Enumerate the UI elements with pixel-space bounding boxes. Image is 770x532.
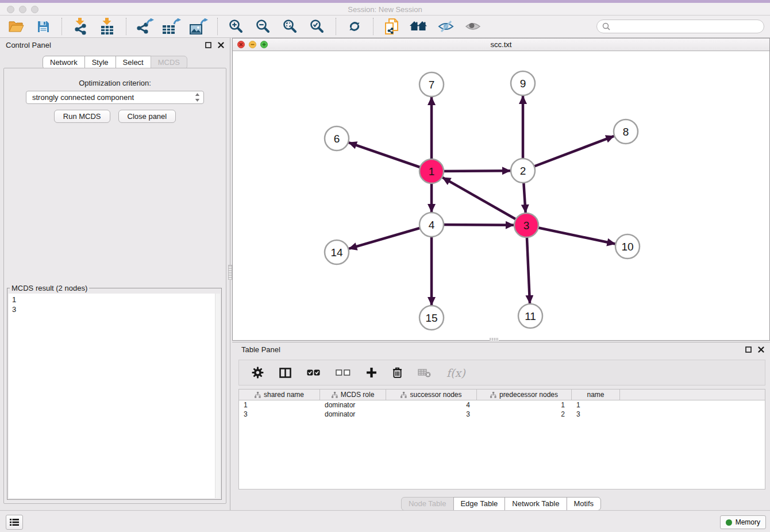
cell-successor-nodes[interactable]: 3: [386, 410, 477, 419]
column-header-predecessor-nodes[interactable]: predecessor nodes: [477, 390, 572, 400]
tab-motifs[interactable]: Motifs: [566, 497, 601, 511]
column-header-successor-nodes[interactable]: successor nodes: [386, 390, 477, 400]
refresh-button[interactable]: [344, 17, 365, 36]
cell-name[interactable]: 3: [572, 410, 620, 419]
close-panel-button[interactable]: Close panel: [118, 110, 176, 123]
show-details-button[interactable]: [463, 17, 483, 36]
graph-node-8[interactable]: 8: [614, 119, 638, 144]
tab-network-table[interactable]: Network Table: [505, 497, 567, 511]
graph-node-3[interactable]: 3: [514, 213, 538, 237]
cell-predecessor-nodes[interactable]: 2: [477, 410, 572, 419]
optimization-criterion-label: Optimization criterion:: [0, 79, 230, 87]
table-toolbar: f(x): [238, 360, 765, 385]
graph-edge-2-8[interactable]: [523, 136, 614, 171]
select-all-button[interactable]: [307, 366, 320, 380]
table-row[interactable]: 3 dominator 3 2 3: [239, 410, 765, 419]
double-house-icon: [410, 20, 428, 33]
graph-edge-3-1[interactable]: [442, 178, 526, 225]
graph-node-11[interactable]: 11: [518, 304, 542, 328]
deselect-all-icon: [336, 369, 351, 376]
clone-network-button[interactable]: [382, 17, 402, 36]
cell-mcds-role[interactable]: dominator: [320, 410, 386, 419]
tab-node-table[interactable]: Node Table: [401, 497, 454, 511]
import-network-icon: [73, 18, 88, 35]
zoom-fit-icon: [283, 19, 298, 34]
graph-node-2[interactable]: 2: [511, 159, 535, 183]
cell-shared-name[interactable]: 3: [239, 410, 320, 419]
node-label: 11: [525, 310, 536, 322]
node-label: 3: [523, 219, 530, 232]
close-panel-icon[interactable]: [218, 42, 224, 48]
graph-node-14[interactable]: 14: [325, 240, 349, 264]
graph-node-6[interactable]: 6: [325, 126, 349, 151]
table-settings-button[interactable]: [252, 366, 264, 380]
graph-edge-4-14[interactable]: [349, 225, 432, 249]
delete-table-button[interactable]: [418, 366, 431, 380]
column-label: successor nodes: [410, 391, 461, 399]
graph-edge-1-6[interactable]: [349, 142, 432, 171]
optimization-criterion-select[interactable]: strongly connected component: [26, 91, 204, 104]
graph-node-10[interactable]: 10: [615, 234, 640, 259]
hide-details-button[interactable]: [436, 17, 456, 36]
column-label: name: [587, 391, 604, 399]
column-header-name[interactable]: name: [572, 390, 620, 400]
zoom-in-icon: [229, 19, 244, 34]
graph-node-1[interactable]: 1: [419, 159, 444, 183]
deselect-all-button[interactable]: [336, 366, 351, 380]
node-label: 2: [520, 165, 526, 177]
result-scrollbar[interactable]: [215, 294, 220, 498]
float-panel-icon[interactable]: [205, 42, 211, 48]
network-canvas[interactable]: 7968124314101511: [233, 51, 769, 340]
control-panel: Control Panel Network Style Select MCDS …: [0, 38, 230, 510]
houses-button[interactable]: [409, 17, 429, 36]
zoom-fit-button[interactable]: [280, 17, 301, 36]
horizontal-splitter-grip[interactable]: [490, 338, 499, 341]
graph-edge-3-10[interactable]: [526, 225, 615, 244]
zoom-in-button[interactable]: [226, 17, 247, 36]
graph-node-9[interactable]: 9: [511, 71, 535, 95]
network-graph[interactable]: 7968124314101511: [233, 51, 769, 341]
delete-table-icon: [418, 368, 431, 377]
graph-node-15[interactable]: 15: [419, 306, 444, 330]
function-builder-button[interactable]: f(x): [446, 366, 465, 380]
search-input[interactable]: [614, 22, 759, 32]
graph-node-7[interactable]: 7: [419, 72, 444, 97]
add-column-button[interactable]: [366, 366, 377, 380]
open-file-button[interactable]: [6, 17, 26, 36]
zoom-out-button[interactable]: [253, 17, 274, 36]
cell-shared-name[interactable]: 1: [239, 400, 320, 410]
network-view-window: scc.txt 7968124314101511: [232, 38, 770, 341]
float-table-panel-icon[interactable]: [745, 346, 752, 353]
cell-mcds-role[interactable]: dominator: [320, 400, 386, 410]
search-box[interactable]: [596, 20, 764, 33]
cell-successor-nodes[interactable]: 4: [386, 400, 477, 410]
close-table-panel-icon[interactable]: [758, 346, 764, 353]
mcds-result-area[interactable]: 1 3: [9, 294, 220, 498]
save-session-button[interactable]: [33, 17, 53, 36]
task-history-button[interactable]: [6, 515, 23, 530]
cell-name[interactable]: 1: [572, 400, 620, 410]
list-icon: [10, 518, 19, 526]
run-mcds-button[interactable]: Run MCDS: [54, 110, 110, 123]
split-view-button[interactable]: [279, 366, 291, 380]
memory-button[interactable]: Memory: [720, 515, 766, 529]
column-header-shared-name[interactable]: shared name: [239, 390, 320, 400]
import-table-button[interactable]: [97, 17, 118, 36]
tab-edge-table[interactable]: Edge Table: [453, 497, 505, 511]
mcds-result-text: 1 3: [12, 295, 16, 314]
column-header-mcds-role[interactable]: MCDS role: [320, 390, 386, 400]
graph-node-4[interactable]: 4: [419, 213, 444, 237]
import-network-button[interactable]: [70, 17, 91, 36]
delete-column-button[interactable]: [392, 366, 402, 380]
cell-predecessor-nodes[interactable]: 1: [477, 400, 572, 410]
vertical-splitter-grip[interactable]: [228, 265, 232, 280]
export-image-button[interactable]: [188, 17, 209, 36]
zoom-selected-button[interactable]: [307, 17, 328, 36]
app-titlebar: Session: New Session: [0, 0, 770, 16]
export-table-button[interactable]: [161, 17, 182, 36]
export-network-button[interactable]: [134, 17, 155, 36]
node-label: 8: [623, 126, 629, 138]
network-window-titlebar[interactable]: scc.txt: [233, 38, 769, 51]
attribute-tree-icon: [401, 392, 407, 398]
table-row[interactable]: 1 dominator 4 1 1: [239, 400, 765, 410]
